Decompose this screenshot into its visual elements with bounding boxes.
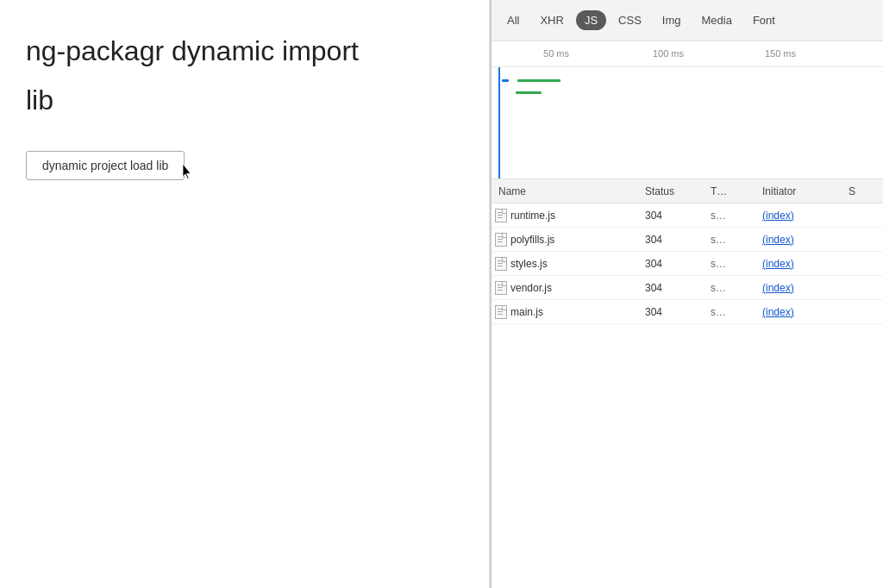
file-icon-lines <box>496 307 506 316</box>
header-type: T… <box>707 185 759 197</box>
cell-initiator-polyfills: (index) <box>759 234 845 246</box>
waterfall-row-2 <box>500 88 874 97</box>
file-icon-line <box>498 266 503 266</box>
cell-status-runtime: 304 <box>638 210 707 222</box>
tab-xhr[interactable]: XHR <box>531 10 572 30</box>
ruler-100ms: 100 ms <box>612 48 724 59</box>
cell-name-runtime: runtime.js <box>492 209 638 222</box>
file-icon-lines <box>496 259 506 268</box>
cell-type-polyfills: s… <box>707 234 759 246</box>
file-icon <box>495 281 507 295</box>
table-header: Name Status T… Initiator S <box>492 179 883 203</box>
filename: runtime.js <box>510 210 555 222</box>
file-icon-lines <box>496 210 506 220</box>
timeline-ruler: 50 ms 100 ms 150 ms <box>492 41 883 67</box>
load-lib-button[interactable]: dynamic project load lib <box>26 151 185 180</box>
file-icon-line <box>498 311 503 312</box>
tab-css[interactable]: CSS <box>610 10 650 30</box>
timeline-vertical-line <box>498 67 500 178</box>
waterfall-content <box>492 67 883 105</box>
file-icon-line <box>498 285 503 285</box>
waterfall-bar-green-1 <box>517 79 560 82</box>
tab-all[interactable]: All <box>498 10 528 30</box>
file-icon-line <box>498 241 503 242</box>
table-row[interactable]: styles.js 304 s… (index) <box>492 252 883 276</box>
page-title: ng-packagr dynamic import <box>26 34 463 67</box>
file-icon <box>495 233 507 247</box>
header-size: S <box>845 185 883 197</box>
initiator-link[interactable]: (index) <box>762 234 794 246</box>
cell-initiator-runtime: (index) <box>759 210 845 222</box>
file-icon-line <box>498 217 503 218</box>
network-table: Name Status T… Initiator S runtime.js 30… <box>492 179 883 588</box>
waterfall-row-1 <box>500 76 874 84</box>
ruler-150ms: 150 ms <box>724 48 836 59</box>
cell-status-polyfills: 304 <box>638 234 707 246</box>
file-icon-line <box>498 263 503 264</box>
cell-status-vendor: 304 <box>638 282 707 294</box>
tab-font[interactable]: Font <box>744 10 784 30</box>
file-icon <box>495 305 507 319</box>
cell-initiator-main: (index) <box>759 306 845 318</box>
cell-name-polyfills: polyfills.js <box>492 233 638 247</box>
filename: polyfills.js <box>510 234 554 246</box>
filename: styles.js <box>510 258 548 270</box>
devtools-panel: All XHR JS CSS Img Media Font 50 ms 100 … <box>490 0 883 588</box>
left-pane: ng-packagr dynamic import lib dynamic pr… <box>0 0 490 588</box>
cell-type-main: s… <box>707 306 759 318</box>
cell-type-vendor: s… <box>707 282 759 294</box>
file-icon-lines <box>496 235 506 244</box>
file-icon-line <box>498 314 503 315</box>
table-row[interactable]: runtime.js 304 s… (index) <box>492 203 883 228</box>
header-initiator: Initiator <box>759 185 845 197</box>
file-icon-line <box>498 236 503 237</box>
initiator-link[interactable]: (index) <box>762 258 794 270</box>
page-subtitle: lib <box>26 84 463 116</box>
cell-name-vendor: vendor.js <box>492 281 638 295</box>
initiator-link[interactable]: (index) <box>762 306 794 318</box>
cell-status-styles: 304 <box>638 258 707 270</box>
ruler-50ms: 50 ms <box>500 48 612 59</box>
file-icon-line <box>498 309 503 310</box>
cell-name-main: main.js <box>492 305 638 319</box>
file-icon-lines <box>496 283 506 292</box>
table-row[interactable]: vendor.js 304 s… (index) <box>492 276 883 300</box>
table-row[interactable]: polyfills.js 304 s… (index) <box>492 228 883 252</box>
file-icon-line <box>498 239 503 240</box>
file-icon-line <box>498 215 503 216</box>
file-icon-line <box>498 260 503 261</box>
tab-img[interactable]: Img <box>654 10 690 30</box>
cell-name-styles: styles.js <box>492 257 638 271</box>
initiator-link[interactable]: (index) <box>762 282 794 294</box>
file-icon <box>495 209 507 222</box>
timeline-area: 50 ms 100 ms 150 ms <box>492 41 883 179</box>
header-name: Name <box>492 185 638 197</box>
file-icon <box>495 257 507 271</box>
header-status: Status <box>638 185 707 197</box>
filename: main.js <box>510 306 543 318</box>
file-icon-line <box>498 287 503 288</box>
waterfall-bar-green-2 <box>516 91 542 94</box>
file-icon-line <box>498 290 503 291</box>
table-row[interactable]: main.js 304 s… (index) <box>492 300 883 324</box>
filter-tabs: All XHR JS CSS Img Media Font <box>492 0 883 41</box>
cell-type-styles: s… <box>707 258 759 270</box>
cell-status-main: 304 <box>638 306 707 318</box>
tab-js[interactable]: JS <box>576 10 606 30</box>
cell-initiator-styles: (index) <box>759 258 845 270</box>
filename: vendor.js <box>510 282 552 294</box>
cell-initiator-vendor: (index) <box>759 282 845 294</box>
waterfall-bar-blue <box>502 79 509 82</box>
file-icon-line <box>498 212 503 213</box>
initiator-link[interactable]: (index) <box>762 210 794 222</box>
cell-type-runtime: s… <box>707 210 759 222</box>
tab-media[interactable]: Media <box>692 10 740 30</box>
